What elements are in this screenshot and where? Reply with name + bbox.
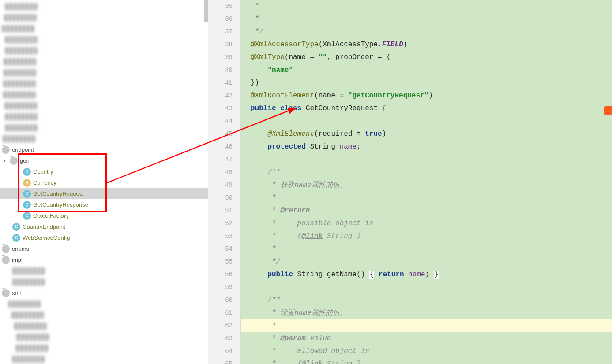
code-line[interactable]: /** — [241, 166, 612, 179]
folder-icon — [2, 146, 10, 154]
tree-row[interactable]: ▾gen — [0, 155, 208, 166]
class-icon: C — [12, 234, 20, 242]
line-number: 45 — [208, 128, 233, 141]
code-line[interactable]: * {@link String } — [241, 230, 612, 243]
code-line[interactable] — [241, 281, 612, 294]
folder-icon — [2, 256, 10, 264]
code-line[interactable]: protected String name; — [241, 141, 612, 153]
code-line[interactable]: /** — [241, 294, 612, 307]
code-line[interactable]: * — [241, 192, 612, 204]
code-line[interactable] — [241, 115, 612, 128]
tree-row[interactable]: ████████ — [0, 320, 208, 331]
folder-icon — [2, 245, 10, 253]
line-number: 38 — [208, 38, 233, 51]
code-line[interactable]: public String getName() { return name; } — [241, 268, 612, 281]
code-editor[interactable]: * * */@XmlAccessorType(XmlAccessType.FIE… — [241, 0, 612, 364]
code-line[interactable]: * {@link String } — [241, 358, 612, 364]
tree-row[interactable]: ████████ — [0, 298, 208, 309]
line-number: 62 — [208, 319, 233, 332]
tree-row[interactable]: ████████ — [0, 309, 208, 320]
tree-row[interactable]: ████████ — [0, 12, 208, 23]
tree-row[interactable]: CGetCountryResponse — [0, 199, 208, 210]
code-line[interactable]: }) — [241, 77, 612, 89]
tree-row[interactable]: ████████ — [0, 265, 208, 276]
folder-icon — [10, 157, 18, 165]
line-number: 43 — [208, 102, 233, 115]
tree-row[interactable]: CGetCountryRequest — [0, 188, 208, 199]
code-line[interactable]: @XmlType(name = "", propOrder = { — [241, 51, 612, 64]
code-line[interactable]: @XmlElement(required = true) — [241, 128, 612, 141]
tree-row[interactable]: enums — [0, 243, 208, 254]
scrollbar-thumb[interactable] — [204, 0, 208, 22]
line-number: 47 — [208, 153, 233, 166]
tree-row[interactable]: ████████ — [0, 100, 208, 111]
tree-row[interactable]: CCountryEndpoint — [0, 221, 208, 232]
code-line[interactable]: * — [241, 13, 612, 26]
tree-row[interactable]: xml — [0, 287, 208, 298]
code-line[interactable]: @XmlAccessorType(XmlAccessType.FIELD) — [241, 38, 612, 51]
tree-row[interactable]: ████████ — [0, 1, 208, 12]
tree-row[interactable]: ████████ — [0, 23, 208, 34]
tree-row[interactable]: ████████ — [0, 34, 208, 45]
code-line[interactable]: * allowed object is — [241, 345, 612, 358]
tree-row[interactable]: ████████ — [0, 342, 208, 353]
class-icon: C — [23, 190, 31, 198]
tree-row[interactable]: endpoint — [0, 144, 208, 155]
code-line[interactable]: "name" — [241, 64, 612, 77]
tree-row[interactable]: ████████ — [0, 111, 208, 122]
code-line[interactable]: * possible object is — [241, 217, 612, 230]
enum-icon: E — [23, 179, 31, 187]
code-line[interactable]: * — [241, 319, 612, 332]
tree-row[interactable]: CObjectFactory — [0, 210, 208, 221]
line-number: 35 — [208, 0, 233, 13]
tree-row[interactable]: ████████ — [0, 276, 208, 287]
class-icon: C — [23, 212, 31, 220]
line-number: 42 — [208, 89, 233, 102]
tree-row[interactable]: ECurrency — [0, 177, 208, 188]
project-tree[interactable]: ████████████████████████████████████████… — [0, 0, 208, 364]
code-line[interactable]: * 获取name属性的值。 — [241, 179, 612, 192]
line-number: 40 — [208, 64, 233, 77]
line-number: 51 — [208, 204, 233, 217]
line-number: 65 — [208, 358, 233, 364]
tree-row[interactable]: impl — [0, 254, 208, 265]
editor-gutter: 3536373839404142434445464748495051525354… — [208, 0, 241, 364]
code-line[interactable]: * — [241, 243, 612, 256]
code-line[interactable]: */ — [241, 256, 612, 268]
tree-row[interactable]: CWebServiceConfig — [0, 232, 208, 243]
code-line[interactable]: public class GetCountryRequest { — [241, 102, 612, 115]
tree-row[interactable]: CCountry — [0, 166, 208, 177]
line-number: 50 — [208, 192, 233, 204]
tree-row[interactable]: ████████ — [0, 56, 208, 67]
code-line[interactable]: */ — [241, 26, 612, 38]
tree-row[interactable]: ████████ — [0, 122, 208, 133]
code-line[interactable]: @XmlRootElement(name = "getCountryReques… — [241, 89, 612, 102]
line-number: 41 — [208, 77, 233, 89]
chevron-down-icon[interactable]: ▾ — [2, 158, 7, 163]
code-line[interactable]: * — [241, 0, 612, 13]
inspection-badge[interactable] — [604, 106, 612, 115]
line-number: 48 — [208, 166, 233, 179]
line-number: 46 — [208, 141, 233, 153]
class-icon: C — [23, 201, 31, 209]
code-line[interactable]: * @param value — [241, 332, 612, 345]
line-number: 49 — [208, 179, 233, 192]
folder-icon — [2, 289, 10, 297]
line-number: 53 — [208, 230, 233, 243]
line-number: 37 — [208, 26, 233, 38]
tree-row[interactable]: ████████ — [0, 45, 208, 56]
tree-row[interactable]: ████████ — [0, 89, 208, 100]
line-number: 60 — [208, 294, 233, 307]
tree-row[interactable]: ████████ — [0, 78, 208, 89]
line-number: 56 — [208, 268, 233, 281]
tree-row[interactable]: ████████ — [0, 353, 208, 364]
line-number: 52 — [208, 217, 233, 230]
code-line[interactable]: * @return — [241, 204, 612, 217]
code-line[interactable] — [241, 153, 612, 166]
tree-row[interactable]: ████████ — [0, 331, 208, 342]
tree-row[interactable]: ████████ — [0, 67, 208, 78]
tree-row[interactable]: ████████ — [0, 133, 208, 144]
code-line[interactable]: * 设置name属性的值。 — [241, 307, 612, 319]
line-number: 39 — [208, 51, 233, 64]
line-number: 55 — [208, 256, 233, 268]
